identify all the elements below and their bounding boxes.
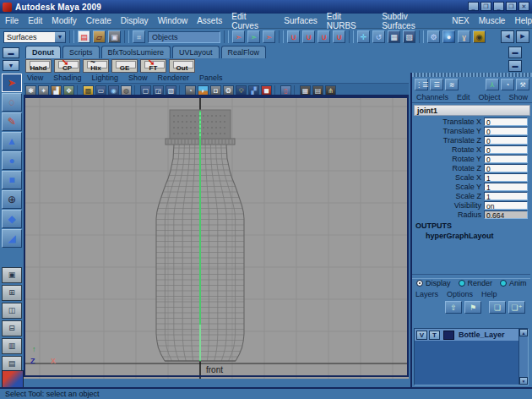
save-scene-icon[interactable]: ▣	[108, 30, 121, 43]
textured-sphere-icon[interactable]: ◘	[210, 85, 221, 96]
manipulator-axes-icon[interactable]: ⅄	[486, 79, 499, 90]
shelf-button-hahd[interactable]: Hahd	[25, 59, 52, 73]
menu-set-dropdown[interactable]: Surfaces ▼	[3, 31, 66, 43]
toolbox-pose-icon[interactable]: ұ	[458, 30, 470, 43]
channel-speed-fast-icon[interactable]: ≋	[445, 79, 459, 90]
shelf-tab-donut[interactable]: Donut	[25, 46, 61, 58]
layout-persp-outliner-button[interactable]: ▥	[2, 338, 22, 354]
menu-display[interactable]: Display	[121, 16, 149, 25]
move-tool[interactable]: ▲	[2, 132, 22, 150]
shelf-button-ft[interactable]: ➘ FT	[140, 59, 166, 73]
snap-to-plane-icon[interactable]: ∪	[333, 30, 345, 43]
resolution-gate-icon[interactable]: ▦	[300, 85, 311, 96]
shadows-icon[interactable]: ▞	[248, 85, 259, 96]
layer-list-scrollbar[interactable]: ▲ ▼	[518, 329, 528, 385]
move-layer-up-icon[interactable]: ⇧	[445, 301, 462, 314]
panel-menu-show[interactable]: Show	[128, 74, 148, 82]
shelf-tab-bfxtoolslumiere[interactable]: BfxToolsLumiere	[101, 46, 171, 58]
soft-mod-tool[interactable]: ◆	[2, 210, 22, 228]
menu-assets[interactable]: Assets	[197, 16, 222, 25]
panel-menu-view[interactable]: View	[27, 74, 43, 82]
layers-menu[interactable]: Layers	[415, 290, 438, 298]
scale-tool[interactable]: ■	[2, 171, 22, 189]
restore-button[interactable]: ❐	[506, 2, 517, 11]
shelf-button-ge[interactable]: GE	[111, 59, 138, 73]
hammer-icon[interactable]: ⚒︎	[516, 79, 529, 90]
anim-mode-radio[interactable]: Anim	[500, 279, 527, 287]
shelf-overflow-up-icon[interactable]: ▬	[508, 46, 522, 58]
menu-window[interactable]: Window	[158, 16, 188, 25]
layout-four-pane-button[interactable]: ⊞	[2, 285, 22, 301]
menu-surfaces[interactable]: Surfaces	[284, 16, 317, 25]
toolbar-divider[interactable]	[69, 30, 74, 43]
chevron-down-icon[interactable]: ▼	[55, 32, 65, 42]
red-cube-icon[interactable]: ◼	[261, 85, 272, 96]
selected-node-name[interactable]: joint1	[414, 105, 530, 116]
paint-select-tool[interactable]: ✎	[2, 112, 22, 131]
shelf-tab-realflow[interactable]: RealFlow	[221, 46, 267, 58]
film-gate-icon[interactable]: ▤	[312, 85, 323, 96]
doc-restore-button[interactable]: ❐	[480, 2, 491, 11]
visibility-field[interactable]: on	[484, 201, 528, 210]
paint-effects-icon[interactable]: ●	[442, 30, 455, 43]
menu-edit[interactable]: Edit	[28, 16, 42, 25]
menu-help[interactable]: Help	[514, 16, 532, 25]
doc-minimize-button[interactable]: _	[468, 2, 479, 11]
options-menu[interactable]: Options	[447, 290, 473, 298]
toolbar-divider[interactable]	[279, 30, 284, 43]
select-camera-icon[interactable]: ✱	[25, 85, 36, 96]
toolbar-divider[interactable]	[124, 30, 129, 43]
use-all-lights-icon[interactable]: ❂	[223, 85, 234, 96]
construction-history-icon[interactable]: ↺	[372, 30, 385, 43]
use-default-material-icon[interactable]: ◔	[185, 85, 196, 96]
rotate-y-field[interactable]: 0	[484, 155, 528, 163]
lasso-select-tool[interactable]: ◌	[2, 93, 22, 112]
cb-menu-object[interactable]: Object	[479, 93, 501, 101]
menu-nex[interactable]: NEX	[452, 16, 470, 25]
scroll-right-icon[interactable]: ▶	[516, 30, 529, 43]
layer-template-toggle[interactable]: T	[429, 331, 440, 340]
camera-attributes-icon[interactable]: ▟	[51, 85, 62, 96]
menu-muscle[interactable]: Muscle	[479, 16, 506, 25]
radius-field[interactable]: 0.664	[484, 210, 528, 219]
cb-menu-channels[interactable]: Channels	[416, 93, 448, 101]
select-object-icon[interactable]: ➣	[247, 30, 260, 43]
last-tool-used[interactable]: ◢	[2, 229, 22, 248]
open-scene-icon[interactable]: ▱	[93, 30, 106, 43]
selection-mask-field[interactable]: Objects	[148, 31, 220, 43]
shelf-tab-uvlayout[interactable]: UVLayout	[172, 46, 220, 58]
menu-modify[interactable]: Modify	[52, 16, 76, 25]
menu-subdiv-surfaces[interactable]: Subdiv Surfaces	[382, 12, 442, 30]
cb-menu-edit[interactable]: Edit	[457, 93, 470, 101]
shelf-menu-arrow-icon[interactable]: ▼	[3, 60, 19, 71]
menu-edit-nurbs[interactable]: Edit NURBS	[327, 12, 372, 30]
layer-row-bottle-layer[interactable]: V T Bottle_Layer	[415, 329, 528, 341]
lights-bulb-icon[interactable]: 💡︎	[236, 85, 247, 96]
shelf-button-cp[interactable]: ➘ CP	[54, 59, 80, 73]
panel-menu-panels[interactable]: Panels	[199, 74, 223, 82]
menu-create[interactable]: Create	[86, 16, 111, 25]
menu-edit-curves[interactable]: Edit Curves	[231, 12, 274, 30]
display-mode-radio[interactable]: Display	[416, 279, 451, 287]
empty-layer-icon[interactable]: ⚑	[464, 301, 481, 314]
custom-layout-icon[interactable]	[2, 370, 24, 389]
snap-to-grid-icon[interactable]: ∪	[287, 30, 300, 43]
shelf-overflow-down-icon[interactable]: ▬	[508, 60, 522, 72]
toolbar-divider[interactable]	[349, 30, 354, 43]
bounding-box-icon[interactable]: ◲	[153, 85, 164, 96]
snap-to-curve-icon[interactable]: ∪	[302, 30, 315, 43]
rotate-tool[interactable]: ●	[2, 151, 22, 170]
two-d-pan-icon[interactable]: ▭	[95, 85, 106, 96]
ipr-render-icon[interactable]: ▨	[403, 30, 415, 43]
toolbar-divider[interactable]	[224, 30, 229, 43]
close-button[interactable]: ✕	[518, 2, 529, 11]
panel-menu-renderer[interactable]: Renderer	[157, 74, 189, 82]
scale-z-field[interactable]: 1	[484, 192, 528, 200]
panel-menu-lighting[interactable]: Lighting	[91, 74, 118, 82]
scroll-up-icon[interactable]: ▲	[519, 329, 528, 336]
grease-pencil-icon[interactable]: ◉	[108, 85, 119, 96]
output-node[interactable]: hyperGraphLayout	[412, 230, 532, 240]
field-chart-icon[interactable]: ⋔	[325, 85, 336, 96]
layout-two-pane-stacked-button[interactable]: ⊟	[2, 320, 22, 336]
shelf-button-out[interactable]: Out	[169, 59, 195, 73]
